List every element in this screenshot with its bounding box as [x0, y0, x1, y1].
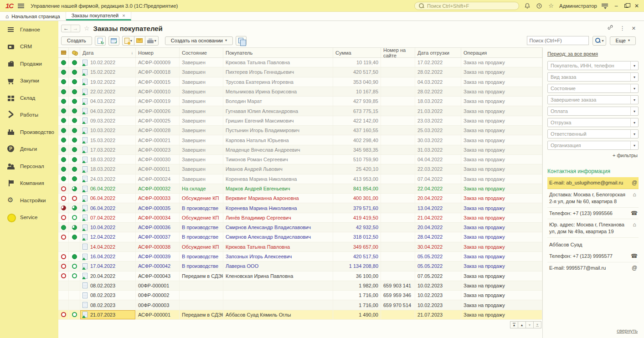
- chevron-down-icon[interactable]: ▾: [630, 130, 638, 138]
- table-row[interactable]: 22.02.2022 АСФР-000010 Завершен Мельнико…: [58, 87, 542, 97]
- sidebar-item-works[interactable]: Работы: [0, 107, 58, 124]
- history-icon[interactable]: [536, 2, 543, 10]
- filter-select-7[interactable]: Организация ▾: [547, 141, 639, 150]
- table-row[interactable]: 14.04.2022 АСФР-000038 Обсуждение КП Крю…: [58, 242, 542, 252]
- go-prev-button[interactable]: ▲: [518, 321, 526, 328]
- global-search-input[interactable]: Поиск Ctrl+Shift+F: [414, 2, 519, 10]
- contact-item-email[interactable]: E-mail: ab_uslugihome@gmail.ru @: [547, 177, 639, 189]
- column-date[interactable]: Дата↓: [80, 48, 136, 57]
- sidebar-item-crm[interactable]: CRM: [0, 38, 58, 56]
- related-documents-button[interactable]: [236, 36, 247, 46]
- contact-item-address[interactable]: Доставка: Москва г, Белогорская 2-я ул, …: [547, 189, 639, 208]
- go-first-button[interactable]: ▲: [510, 321, 518, 328]
- search-dropdown-button[interactable]: ▾: [592, 36, 606, 46]
- column-sum[interactable]: Сумма: [333, 48, 381, 57]
- chevron-down-icon[interactable]: ▾: [630, 96, 638, 104]
- table-row[interactable]: 24.03.2022 АСФР-000024 Завершен Коренева…: [58, 174, 542, 184]
- table-row[interactable]: 19.02.2022 АСФР-000015 Завершен Трусова …: [58, 77, 542, 87]
- table-row[interactable]: 10.04.2022 АСФР-000036 В производстве См…: [58, 223, 542, 232]
- table-row[interactable]: 20.04.2022 АСФР-000043 Передаем в СДЭК К…: [58, 271, 542, 281]
- create-button[interactable]: Создать: [61, 36, 92, 45]
- go-next-button[interactable]: ▼: [526, 321, 534, 328]
- contact-item-email[interactable]: E-mail: 9995577@mail.ru @: [547, 262, 639, 274]
- chevron-down-icon[interactable]: ▾: [630, 141, 638, 149]
- notifications-bell-icon[interactable]: [524, 2, 531, 10]
- tab-close-icon[interactable]: ×: [122, 13, 125, 18]
- sidebar-item-stock[interactable]: Склад: [0, 89, 58, 107]
- table-row[interactable]: 06.04.2022 АСФР-000033 Обсуждение КП Вер…: [58, 194, 542, 203]
- table-row[interactable]: 08.02.2023 00ФР-000002 1 716,00 659 959 …: [58, 291, 542, 300]
- chevron-down-icon[interactable]: ▾: [630, 61, 638, 70]
- sidebar-item-money[interactable]: Деньги: [0, 141, 58, 158]
- filter-select-1[interactable]: Вид заказа ▾: [547, 72, 639, 82]
- collapse-panel-link[interactable]: свернуть: [617, 328, 638, 333]
- table-row[interactable]: 04.03.2022 АСФР-000026 Завершен Гугнавая…: [58, 106, 542, 116]
- set-status-dropdown-button[interactable]: ▾: [122, 36, 134, 46]
- filter-select-0[interactable]: Покупатель, ИНН, телефон ▾: [547, 61, 639, 70]
- sidebar-item-sales[interactable]: Продажи: [0, 55, 58, 72]
- list-search-input[interactable]: [527, 38, 597, 43]
- contact-item-address[interactable]: Юр. адрес: Москва г, Плеханова ул, дом №…: [547, 219, 639, 238]
- column-operation[interactable]: Операция: [461, 48, 542, 57]
- column-shipment-status[interactable]: [58, 48, 69, 57]
- table-row[interactable]: 07.04.2022 АСФР-000034 Обсуждение КП Лин…: [58, 213, 542, 223]
- sidebar-item-purchase[interactable]: Закупки: [0, 72, 58, 90]
- send-email-button[interactable]: [134, 36, 145, 46]
- table-row[interactable]: 10.03.2022 АСФР-000028 Завершен Пустынин…: [58, 126, 542, 135]
- main-menu-icon[interactable]: [18, 4, 24, 8]
- tab-customer-orders[interactable]: Заказы покупателей ×: [66, 12, 131, 20]
- add-to-favorites-star-icon[interactable]: ☆: [84, 25, 90, 32]
- column-ship-date[interactable]: Дата отгрузки: [415, 48, 461, 57]
- contact-item-phone[interactable]: Телефон: +7 (123) 9995577 ☎: [547, 251, 639, 262]
- table-row[interactable]: 08.02.2023 00ФР-000003 1 716,00 659 970 …: [58, 300, 542, 310]
- sidebar-item-company[interactable]: Компания: [0, 175, 58, 192]
- period-link[interactable]: Период: за все время: [547, 51, 598, 56]
- sidebar-item-menu[interactable]: Главное: [0, 21, 58, 38]
- create-based-on-button[interactable]: Создать на основании▾: [165, 36, 233, 45]
- table-row[interactable]: 15.02.2022 АСФР-000018 Завершен Пихтерев…: [58, 67, 542, 77]
- table-row[interactable]: 04.03.2022 АСФР-000019 Завершен Володин …: [58, 97, 542, 106]
- get-link-icon[interactable]: [607, 24, 613, 32]
- column-payment-status[interactable]: [69, 48, 80, 57]
- table-row[interactable]: 10.02.2022 АСФР-000009 Завершен Крюкова …: [58, 58, 542, 67]
- restore-window-button[interactable]: [624, 4, 629, 8]
- more-menu-kebab-icon[interactable]: ⋮: [620, 25, 625, 31]
- go-last-button[interactable]: ▼: [533, 321, 541, 328]
- table-row[interactable]: 12.04.2022 АСФР-000037 В производстве См…: [58, 232, 542, 242]
- chevron-down-icon[interactable]: ▾: [630, 84, 638, 92]
- minimize-button[interactable]: –: [613, 3, 620, 9]
- table-row[interactable]: 16.04.2022 АСФР-000039 В производстве За…: [58, 252, 542, 261]
- table-row[interactable]: 18.03.2022 АСФР-000011 Завершен Иванов А…: [58, 164, 542, 174]
- chevron-down-icon[interactable]: ▾: [630, 73, 638, 81]
- chevron-down-icon[interactable]: ▾: [630, 107, 638, 115]
- table-row[interactable]: 06.04.2022 АСФР-000032 На складе Марков …: [58, 184, 542, 194]
- add-filters-link[interactable]: + фильтры: [547, 153, 638, 158]
- tab-home[interactable]: ⌂ Начальная страница: [0, 12, 66, 20]
- column-buyer[interactable]: Покупатель: [223, 48, 333, 57]
- close-window-button[interactable]: ✕: [633, 3, 640, 9]
- sidebar-item-settings[interactable]: Настройки: [0, 192, 58, 209]
- filter-select-3[interactable]: Завершение заказа ▾: [547, 95, 639, 104]
- table-row[interactable]: 21.07.2023 АСФР-000001 Передаем в СДЭК А…: [58, 310, 542, 320]
- back-button[interactable]: ←: [62, 25, 71, 32]
- table-row[interactable]: 15.03.2022 АСФР-000021 Завершен Карпова …: [58, 135, 542, 145]
- table-row[interactable]: 08.02.2023 00ФР-000001 1 982,00 659 903 …: [58, 281, 542, 291]
- forward-button[interactable]: →: [71, 25, 80, 32]
- chevron-down-icon[interactable]: ▾: [630, 118, 638, 127]
- column-site-number[interactable]: Номер на сайте: [381, 48, 415, 57]
- sidebar-item-prod[interactable]: Производство: [0, 123, 58, 141]
- table-row[interactable]: 18.03.2022 АСФР-000030 Завершен Тимонов …: [58, 155, 542, 164]
- column-number[interactable]: Номер: [136, 48, 180, 57]
- filter-select-2[interactable]: Состояние ▾: [547, 84, 639, 93]
- sidebar-item-staff[interactable]: Персонал: [0, 158, 58, 175]
- service-settings-menu-icon[interactable]: [602, 4, 608, 8]
- close-form-icon[interactable]: ✕: [632, 26, 636, 31]
- column-state[interactable]: Состояние: [180, 48, 223, 57]
- filter-select-4[interactable]: Оплата ▾: [547, 107, 639, 116]
- copy-button[interactable]: [95, 36, 106, 46]
- current-user[interactable]: Администратор: [559, 3, 597, 9]
- favorites-star-icon[interactable]: ☆: [547, 2, 555, 10]
- table-row[interactable]: 09.03.2022 АСФР-000025 Завершен Гришин Е…: [58, 116, 542, 126]
- table-row[interactable]: 17.04.2022 АСФР-000042 В производстве Ла…: [58, 261, 542, 271]
- sidebar-item-service[interactable]: Service: [0, 209, 58, 226]
